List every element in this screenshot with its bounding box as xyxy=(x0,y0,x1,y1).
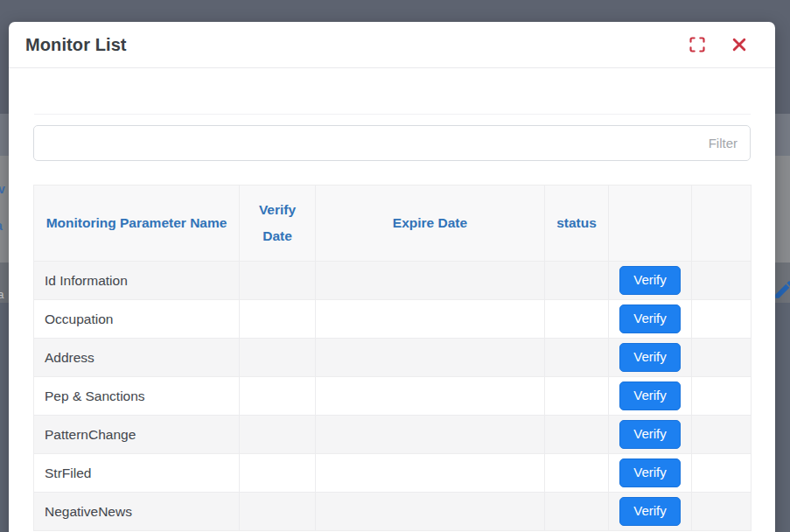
cell-extra xyxy=(692,300,752,339)
edit-pencil-icon xyxy=(773,276,790,303)
verify-button[interactable]: Verify xyxy=(619,382,681,410)
column-header-verify-date: Verify Date xyxy=(240,186,316,262)
cell-status xyxy=(545,300,609,339)
cell-expire-date xyxy=(316,339,545,377)
cell-extra xyxy=(692,262,752,300)
verify-button[interactable]: Verify xyxy=(619,420,681,449)
cell-extra xyxy=(692,339,752,377)
table-row: Pep & Sanctions Verify xyxy=(34,377,752,416)
cell-verify-date xyxy=(240,300,316,339)
cell-expire-date xyxy=(316,493,545,531)
column-header-extra xyxy=(692,186,752,262)
modal-header-actions xyxy=(688,35,749,54)
verify-button[interactable]: Verify xyxy=(619,266,681,295)
table-row: StrFiled Verify xyxy=(34,454,752,493)
cell-action: Verify xyxy=(609,377,692,416)
cell-action: Verify xyxy=(609,416,692,454)
cell-status xyxy=(545,454,609,493)
cell-expire-date xyxy=(316,416,545,454)
cell-parameter-name: PatternChange xyxy=(34,416,240,454)
modal-body: Monitoring Parameter Name Verify Date Ex… xyxy=(9,68,775,531)
cell-extra xyxy=(692,493,752,531)
background-text-fragment: ra xyxy=(0,288,4,301)
cell-extra xyxy=(692,377,752,416)
modal-header: Monitor List xyxy=(9,22,775,68)
verify-button[interactable]: Verify xyxy=(619,343,681,372)
table-row: Address Verify xyxy=(34,339,752,377)
cell-status xyxy=(545,416,609,454)
column-header-expire-date: Expire Date xyxy=(316,186,545,262)
cell-parameter-name: NegativeNews xyxy=(34,493,240,531)
verify-button[interactable]: Verify xyxy=(619,458,681,487)
table-row: PatternChange Verify xyxy=(34,416,752,454)
table-row: Id Information Verify xyxy=(34,262,752,300)
monitor-list-modal: Monitor List Monitori xyxy=(9,22,775,532)
modal-title: Monitor List xyxy=(25,35,688,55)
cell-status xyxy=(545,339,609,377)
cell-expire-date xyxy=(316,300,545,339)
cell-expire-date xyxy=(316,377,545,416)
cell-verify-date xyxy=(240,493,316,531)
cell-status xyxy=(545,493,609,531)
cell-extra xyxy=(692,454,752,493)
monitor-table: Monitoring Parameter Name Verify Date Ex… xyxy=(33,185,752,531)
cell-verify-date xyxy=(240,339,316,377)
cell-action: Verify xyxy=(609,262,692,300)
cell-action: Verify xyxy=(609,493,692,531)
cell-parameter-name: Pep & Sanctions xyxy=(34,377,240,416)
column-header-parameter-name: Monitoring Parameter Name xyxy=(34,186,240,262)
column-header-action xyxy=(609,186,692,262)
cell-status xyxy=(545,377,609,416)
cell-action: Verify xyxy=(609,300,692,339)
verify-button[interactable]: Verify xyxy=(619,497,681,526)
cell-verify-date xyxy=(240,454,316,493)
cell-verify-date xyxy=(240,377,316,416)
cell-parameter-name: StrFiled xyxy=(34,454,240,493)
cell-parameter-name: Address xyxy=(34,339,240,377)
cell-action: Verify xyxy=(609,454,692,493)
cell-status xyxy=(545,262,609,300)
cell-verify-date xyxy=(240,262,316,300)
verify-button[interactable]: Verify xyxy=(619,304,681,333)
filter-input[interactable] xyxy=(33,125,751,161)
cell-expire-date xyxy=(316,454,545,493)
cell-parameter-name: Occupation xyxy=(34,300,240,339)
table-row: NegativeNews Verify xyxy=(34,493,752,531)
cell-parameter-name: Id Information xyxy=(34,262,240,300)
close-icon[interactable] xyxy=(730,35,749,54)
card-divider xyxy=(34,114,751,115)
maximize-icon[interactable] xyxy=(688,35,707,54)
table-header-row: Monitoring Parameter Name Verify Date Ex… xyxy=(34,186,752,262)
background-text-fragment: iv xyxy=(0,182,5,196)
cell-verify-date xyxy=(240,416,316,454)
table-row: Occupation Verify xyxy=(34,300,752,339)
cell-extra xyxy=(692,416,752,454)
cell-action: Verify xyxy=(609,339,692,377)
cell-expire-date xyxy=(316,262,545,300)
background-text-fragment: a xyxy=(0,219,3,233)
column-header-status: status xyxy=(545,186,609,262)
